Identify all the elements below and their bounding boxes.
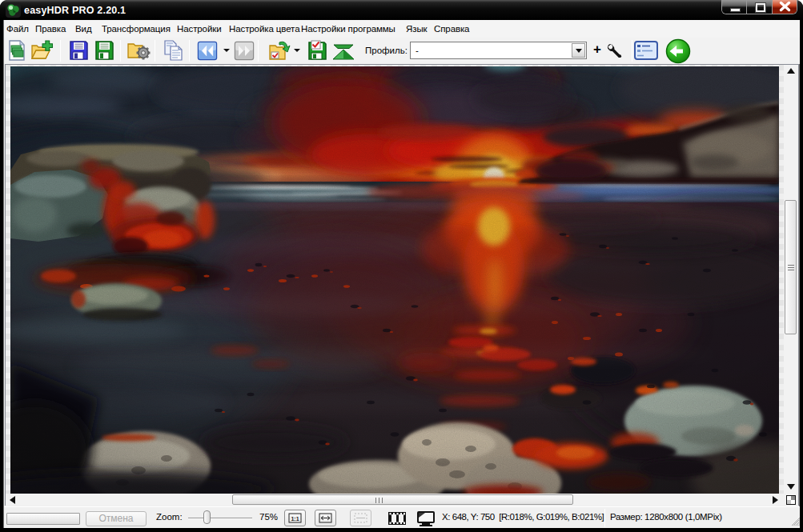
svg-text:1:1: 1:1 [291,516,299,522]
